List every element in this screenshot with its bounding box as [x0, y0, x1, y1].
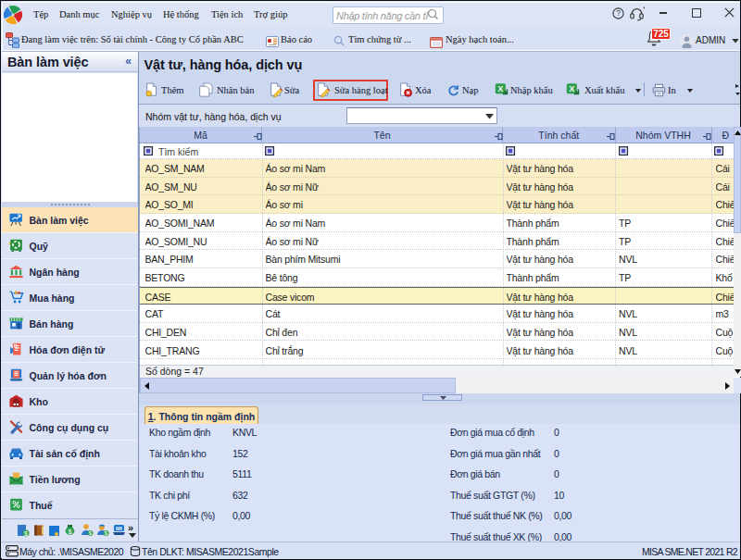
- svg-text:X: X: [569, 84, 574, 93]
- svg-text:X: X: [497, 84, 503, 93]
- svg-text:$: $: [24, 530, 28, 537]
- svg-text:?: ?: [616, 8, 621, 18]
